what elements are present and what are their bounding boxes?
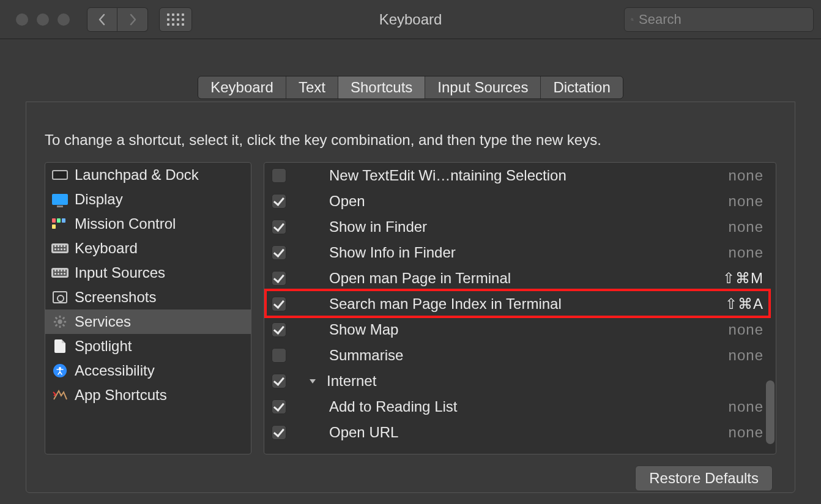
tab-text[interactable]: Text bbox=[286, 76, 338, 98]
document-icon bbox=[51, 339, 69, 353]
grid-icon bbox=[167, 13, 184, 26]
service-label: New TextEdit Wi…ntaining Selection bbox=[329, 167, 720, 184]
back-button[interactable] bbox=[87, 7, 117, 32]
service-label: Open URL bbox=[329, 424, 720, 441]
keyboard-icon bbox=[51, 266, 69, 280]
launchpad-icon bbox=[51, 168, 69, 182]
instruction-text: To change a shortcut, select it, click t… bbox=[45, 132, 776, 149]
service-shortcut[interactable]: ⇧⌘M bbox=[723, 270, 763, 287]
service-label: Show Info in Finder bbox=[329, 244, 720, 261]
service-label: Show in Finder bbox=[329, 218, 720, 235]
tab-input-sources[interactable]: Input Sources bbox=[425, 76, 541, 98]
service-checkbox[interactable] bbox=[272, 322, 286, 337]
window-controls bbox=[16, 13, 70, 26]
toolbar: Keyboard bbox=[0, 0, 821, 39]
service-shortcut[interactable]: none bbox=[729, 244, 763, 261]
service-row[interactable]: Show Mapnone bbox=[264, 317, 776, 343]
service-checkbox[interactable] bbox=[272, 399, 286, 414]
sidebar-item-label: Services bbox=[75, 313, 131, 330]
sidebar-item-app-shortcuts[interactable]: App Shortcuts bbox=[45, 383, 251, 407]
service-group-row[interactable]: Internet bbox=[264, 368, 776, 394]
nav-buttons bbox=[87, 7, 148, 32]
service-checkbox[interactable] bbox=[272, 271, 286, 286]
service-label: Add to Reading List bbox=[329, 398, 720, 415]
tab-bar: KeyboardTextShortcutsInput SourcesDictat… bbox=[26, 76, 795, 99]
tab-keyboard[interactable]: Keyboard bbox=[198, 76, 286, 98]
svg-line-8 bbox=[63, 325, 65, 327]
service-shortcut[interactable]: none bbox=[729, 321, 763, 338]
search-input[interactable] bbox=[639, 12, 807, 28]
service-row[interactable]: New TextEdit Wi…ntaining Selectionnone bbox=[264, 163, 776, 188]
minimize-window-button[interactable] bbox=[37, 13, 49, 26]
service-row[interactable]: Summarisenone bbox=[264, 343, 776, 368]
sidebar-item-launchpad-dock[interactable]: Launchpad & Dock bbox=[45, 163, 251, 187]
service-checkbox[interactable] bbox=[272, 297, 286, 311]
service-label: Show Map bbox=[329, 321, 720, 338]
restore-defaults-button[interactable]: Restore Defaults bbox=[635, 465, 773, 491]
sidebar-item-mission-control[interactable]: Mission Control bbox=[45, 212, 251, 236]
service-shortcut[interactable]: none bbox=[729, 398, 763, 415]
service-row[interactable]: Open man Page in Terminal⇧⌘M bbox=[264, 265, 776, 291]
service-shortcut[interactable]: ⇧⌘A bbox=[725, 295, 763, 313]
sidebar-item-keyboard[interactable]: Keyboard bbox=[45, 236, 251, 261]
svg-line-1 bbox=[633, 20, 633, 20]
sidebar-item-label: Spotlight bbox=[75, 338, 132, 355]
tab-shortcuts[interactable]: Shortcuts bbox=[338, 76, 425, 98]
service-label: Internet bbox=[327, 372, 763, 390]
service-checkbox[interactable] bbox=[272, 220, 286, 234]
services-list[interactable]: New TextEdit Wi…ntaining SelectionnoneOp… bbox=[264, 162, 776, 454]
sidebar-item-spotlight[interactable]: Spotlight bbox=[45, 334, 251, 358]
sidebar-item-display[interactable]: Display bbox=[45, 187, 251, 212]
service-row[interactable]: Show Info in Findernone bbox=[264, 240, 776, 265]
content-area: KeyboardTextShortcutsInput SourcesDictat… bbox=[0, 39, 821, 493]
service-checkbox[interactable] bbox=[272, 348, 286, 363]
category-sidebar[interactable]: Launchpad & DockDisplayMission ControlKe… bbox=[45, 162, 251, 454]
sidebar-item-services[interactable]: Services bbox=[45, 309, 251, 334]
sidebar-item-label: App Shortcuts bbox=[75, 387, 167, 404]
service-label: Search man Page Index in Terminal bbox=[329, 295, 716, 313]
sidebar-item-accessibility[interactable]: Accessibility bbox=[45, 358, 251, 383]
sidebar-item-label: Screenshots bbox=[75, 289, 156, 306]
forward-button[interactable] bbox=[117, 7, 148, 32]
service-checkbox[interactable] bbox=[272, 168, 286, 183]
service-row[interactable]: Add to Reading Listnone bbox=[264, 394, 776, 420]
service-shortcut[interactable]: none bbox=[729, 193, 763, 210]
sidebar-item-label: Input Sources bbox=[75, 264, 165, 281]
sidebar-item-label: Accessibility bbox=[75, 362, 155, 379]
accessibility-icon bbox=[51, 364, 69, 377]
disclosure-triangle-icon[interactable] bbox=[307, 377, 318, 385]
service-shortcut[interactable]: none bbox=[729, 167, 763, 184]
service-shortcut[interactable]: none bbox=[729, 424, 763, 441]
service-row[interactable]: Opennone bbox=[264, 188, 776, 214]
show-all-button[interactable] bbox=[159, 7, 192, 32]
search-field[interactable] bbox=[624, 7, 814, 32]
sidebar-item-label: Launchpad & Dock bbox=[75, 166, 199, 183]
screenshot-icon bbox=[51, 291, 69, 304]
tab-dictation[interactable]: Dictation bbox=[541, 76, 622, 98]
svg-line-10 bbox=[63, 317, 65, 319]
service-label: Open man Page in Terminal bbox=[329, 270, 714, 287]
app-shortcuts-icon bbox=[51, 388, 69, 402]
keyboard-icon bbox=[51, 242, 69, 255]
svg-point-2 bbox=[58, 319, 62, 324]
close-window-button[interactable] bbox=[16, 13, 28, 26]
service-checkbox[interactable] bbox=[272, 425, 286, 440]
service-checkbox[interactable] bbox=[272, 245, 286, 260]
chevron-right-icon bbox=[128, 13, 138, 26]
service-checkbox[interactable] bbox=[272, 374, 286, 388]
service-shortcut[interactable]: none bbox=[729, 218, 763, 235]
sidebar-item-label: Keyboard bbox=[75, 240, 138, 257]
sidebar-item-input-sources[interactable]: Input Sources bbox=[45, 261, 251, 285]
pane-footer: Restore Defaults bbox=[45, 465, 776, 491]
service-row[interactable]: Search man Page Index in Terminal⇧⌘A bbox=[264, 291, 776, 317]
service-checkbox[interactable] bbox=[272, 194, 286, 209]
service-row[interactable]: Open URLnone bbox=[264, 420, 776, 445]
service-shortcut[interactable]: none bbox=[729, 347, 763, 364]
search-icon bbox=[631, 13, 634, 26]
service-label: Open bbox=[329, 193, 720, 210]
service-row[interactable]: Show in Findernone bbox=[264, 214, 776, 240]
sidebar-item-label: Display bbox=[75, 191, 123, 208]
zoom-window-button[interactable] bbox=[58, 13, 70, 26]
sidebar-item-screenshots[interactable]: Screenshots bbox=[45, 285, 251, 309]
columns: Launchpad & DockDisplayMission ControlKe… bbox=[45, 162, 776, 454]
